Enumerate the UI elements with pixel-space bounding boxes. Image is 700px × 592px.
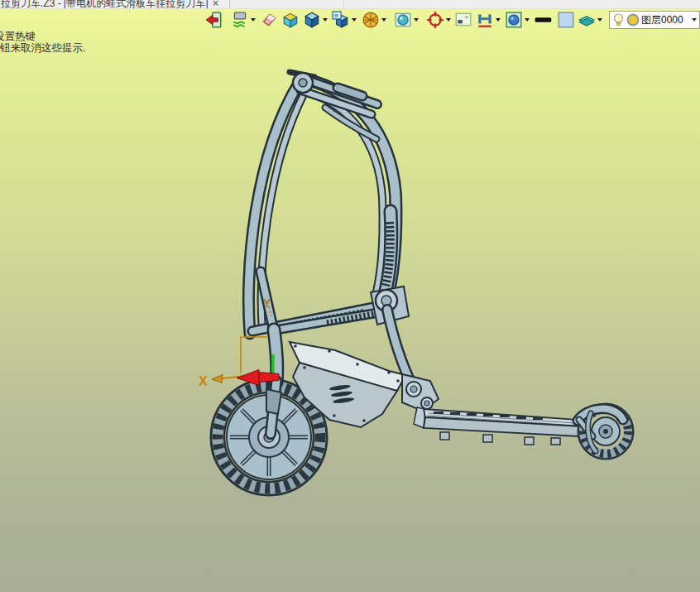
layer-combobox[interactable]: 图层0000 [609,11,700,29]
line-width-icon [535,11,553,29]
hint-line-2: 钮来取消这些提示. [0,42,85,54]
dropdown-caret-icon[interactable] [523,10,530,30]
viewport-layout-button[interactable] [454,10,472,30]
dropdown-caret-icon[interactable] [444,10,452,30]
layer-dropdown-caret-icon[interactable] [692,18,697,22]
app-window: X Y 拉剪刀车.Z3 - [带电机的蛙式滑板车挂拉剪刀车] × 设置热键 钮来… [0,0,700,592]
eraser-button[interactable] [261,10,279,30]
layer-visibility-bulb-icon [612,12,625,27]
isometric-box-icon [281,11,300,29]
sphere-in-box-button[interactable] [394,10,420,30]
document-tab-bar: 拉剪刀车.Z3 - [带电机的蛙式滑板车挂拉剪刀车] × [0,0,700,9]
target-icon [426,11,444,29]
layers-book-icon [578,11,596,29]
render-sphere-icon [505,11,523,29]
color-swatch-button[interactable] [557,10,575,30]
exit-button[interactable] [205,10,223,30]
layers-book-button[interactable] [578,10,603,30]
dropdown-caret-icon[interactable] [380,10,387,30]
dimension-button[interactable] [476,10,501,30]
render-button[interactable] [505,10,530,30]
dropdown-caret-icon[interactable] [321,10,328,30]
viewport-layout-icon [454,11,472,29]
wireframe-sphere-icon [362,11,380,29]
dropdown-caret-icon[interactable] [412,10,420,30]
layer-color-icon [626,13,640,26]
sphere-in-box-icon [394,11,412,29]
shaded-cube-icon [303,11,321,29]
dropdown-caret-icon[interactable] [494,10,501,30]
exit-icon [205,11,223,29]
wireframe-sphere-button[interactable] [362,10,387,30]
tab-separator-2 [343,0,344,9]
tab-separator [229,0,230,9]
hint-messages: 设置热键 钮来取消这些提示. [0,31,85,54]
dimension-h-icon [476,11,494,29]
window-cube-button[interactable] [332,10,357,30]
visual-style-button[interactable] [231,10,257,30]
color-swatch-icon [557,11,575,29]
hint-line-1: 设置热键 [0,31,85,42]
document-tab[interactable]: 拉剪刀车.Z3 - [带电机的蛙式滑板车挂拉剪刀车] [1,0,209,9]
tab-close-icon[interactable]: × [213,0,218,9]
line-width-button[interactable] [535,10,553,30]
dropdown-caret-icon[interactable] [350,10,357,30]
shaded-cube-button[interactable] [303,10,328,30]
isometric-box-button[interactable] [281,10,300,30]
window-cube-icon [332,11,350,29]
dropdown-caret-icon[interactable] [596,10,603,30]
viewport-canvas[interactable] [0,9,700,592]
layer-name: 图层0000 [641,13,683,27]
visual-style-icon [231,11,249,29]
dropdown-caret-icon[interactable] [249,10,257,30]
eraser-icon [261,11,279,29]
target-button[interactable] [426,10,452,30]
